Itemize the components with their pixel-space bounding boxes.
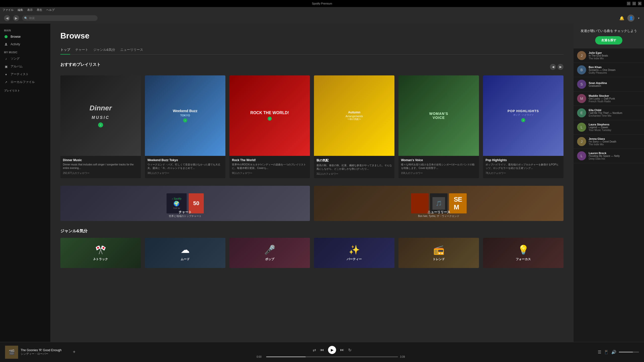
play-button[interactable]: ▶: [328, 346, 336, 354]
featured-new-sub: Bon Iver, Tycho, ザ・ウィークエンド: [314, 214, 564, 218]
playlist-woman-followers: 159人のフォロワー: [401, 171, 476, 175]
playlist-card-autumn[interactable]: Autumn Arrangements 〜秋の気配〜 秋の気配 最高の秋、食欲の…: [314, 75, 394, 178]
friend-name-1: Ben Khan: [589, 66, 640, 69]
sidebar-item-activity[interactable]: Activity: [0, 40, 50, 48]
menu-play[interactable]: 再生: [37, 8, 42, 12]
window-controls[interactable]: ─ □ ✕: [627, 2, 641, 5]
playlist-woman-desc: 様々な時代を彩り続ける日本の女性シンガー/ガールズバンドの歌を特集します。Cov…: [401, 163, 476, 170]
genre-jtrack-label: J-トラック: [93, 257, 108, 261]
playlist-autumn-desc: 最高の秋、食欲の秋、紅葉、繊細な参道がやってきました。そんな風にしながら、どこか…: [316, 164, 392, 171]
search-input[interactable]: [22, 15, 98, 21]
genre-mood[interactable]: ☁ ムード: [145, 238, 225, 268]
player-buttons: ⇄ ⏮ ▶ ⏭ ↻: [313, 346, 351, 354]
friend-info-3: Maddie Stocker Get Lucky — Daft Punk Fre…: [589, 94, 640, 103]
friend-item-1[interactable]: B Ben Khan Screams — One Dream Guilty Pl…: [574, 63, 644, 77]
playlist-woman-name: Woman's Voice: [401, 158, 476, 162]
featured-new-name: ニューリリース: [314, 210, 564, 214]
friend-item-5[interactable]: L Laura Stephens Legend — Dawer Your Mus…: [574, 120, 644, 134]
trend-icon: 📻: [433, 245, 445, 255]
search-icon: 🔍: [24, 17, 28, 20]
devices-button[interactable]: 📱: [604, 350, 609, 354]
progress-bar[interactable]: 0:00 3:39: [257, 355, 408, 358]
genre-party-label: パーティー: [347, 257, 362, 261]
playlist-dinner-desc: Dinner music that includes soft singer /…: [63, 163, 138, 170]
next-button[interactable]: ⏭: [340, 348, 344, 352]
featured-charts[interactable]: ♪ Spotify 🌍 TOP 50 50 チャート 世界と地域のトップチャート: [60, 186, 310, 221]
friend-avatar-3: M: [577, 94, 586, 103]
tab-new-releases[interactable]: ニューリリース: [120, 46, 143, 55]
maximize-button[interactable]: □: [632, 2, 636, 5]
forward-button[interactable]: ▶: [13, 15, 19, 21]
playlist-card-rock[interactable]: ROCK THE WORLD! ♪ Rock The World! 世界中のRO…: [229, 75, 310, 178]
minimize-button[interactable]: ─: [627, 2, 630, 5]
playlist-weekend-desc: ウィークエンド・バズ、忙しくて音楽を聴けなかった週でも大丈夫。週末に「今」のトレ…: [147, 163, 223, 170]
genre-focus[interactable]: 💡 フォーカス: [483, 238, 564, 268]
right-panel-header: 友達が聴いている曲を チェックしよう 友達を探す: [574, 24, 644, 49]
add-to-playlist-button[interactable]: +: [73, 349, 75, 355]
featured-new-releases[interactable]: 🎵 SEM ニューリリース Bon Iver, Tycho, ザ・ウィークエンド: [314, 186, 564, 221]
back-button[interactable]: ◀: [4, 15, 10, 21]
friend-track-1: Screams — One Dream: [589, 69, 640, 71]
volume-icon[interactable]: 🔊: [611, 350, 616, 354]
progress-track[interactable]: [266, 356, 398, 357]
genre-row: 🎌 J-トラック ☁ ムード 🎤 ポップ ✨ パーティー 📻: [60, 238, 564, 268]
friend-item-2[interactable]: S Sean Aquilina Graduation: [574, 77, 644, 92]
repeat-button[interactable]: ↻: [348, 348, 351, 352]
playlist-card-dinner[interactable]: DinnerMUSIC ♪ Dinner Music Dinner music …: [60, 75, 141, 178]
genre-jtrack[interactable]: 🎌 J-トラック: [60, 238, 141, 268]
shuffle-button[interactable]: ⇄: [313, 348, 316, 352]
time-current: 0:00: [257, 355, 264, 358]
sidebar-item-albums[interactable]: ▣ アルバム: [0, 63, 50, 70]
friend-avatar-5: L: [577, 123, 586, 132]
prev-arrow[interactable]: ◀: [550, 64, 556, 70]
playlist-pop-name: Pop Highlights: [486, 158, 561, 162]
tab-genre[interactable]: ジャンル&気分: [93, 46, 115, 55]
genre-trend-label: トレンド: [433, 257, 445, 261]
playlist-card-pop[interactable]: POP HIGHLIGHTS ポップ・ハイライツ ♪ Pop Highlight…: [483, 75, 564, 178]
tab-top[interactable]: トップ: [60, 46, 70, 55]
close-button[interactable]: ✕: [638, 2, 641, 5]
menu-file[interactable]: ファイル: [3, 8, 14, 12]
genre-trend[interactable]: 📻 トレンド: [398, 238, 479, 268]
pop-icon: 🎤: [264, 245, 275, 255]
friend-info-5: Laura Stephens Legend — Dawer Your Music…: [589, 123, 640, 131]
volume-bar[interactable]: [619, 352, 639, 352]
sidebar-activity-label: Activity: [11, 42, 20, 46]
window-title: Spotify Premium: [312, 2, 332, 5]
friend-item-4[interactable]: E Ella Child I will Be The Thief — Nocti…: [574, 106, 644, 120]
next-arrow[interactable]: ▶: [557, 64, 564, 70]
time-total: 3:39: [400, 355, 408, 358]
genre-pop[interactable]: 🎤 ポップ: [229, 238, 310, 268]
sidebar-item-browse[interactable]: Browse: [0, 33, 50, 40]
svg-point-0: [5, 35, 8, 38]
list-button[interactable]: ☰: [598, 350, 601, 354]
notification-icon[interactable]: 🔔: [619, 16, 624, 21]
playlist-card-woman[interactable]: WOMAN'SVOICE Woman's Voice 様々な時代を彩り続ける日本…: [398, 75, 479, 178]
player-track-info: The Goonies 'R' Good Enough シンディー・ローパー: [21, 348, 70, 356]
app-body: MAIN Browse Activity MY MUSIC ♪ ソング ▣ アル…: [0, 24, 644, 342]
friend-item-6[interactable]: J Jenna Glass I'm Sorry — Greet Death Th…: [574, 134, 644, 149]
main-content: Browse トップ チャート ジャンル&気分 ニューリリース おすすめプレイリ…: [50, 24, 574, 342]
playlist-card-weekend[interactable]: Weekend Buzz TOKYO ♪ Weekend Buzz Tokyo …: [145, 75, 225, 178]
sidebar-item-artists[interactable]: ♦ アーティスト: [0, 70, 50, 78]
friend-item-0[interactable]: J Julie Eger In The End Beats The Indie …: [574, 49, 644, 63]
user-avatar[interactable]: 👤: [627, 15, 634, 22]
friend-item-3[interactable]: M Maddie Stocker Get Lucky — Daft Punk F…: [574, 92, 644, 106]
menu-edit[interactable]: 編集: [18, 8, 23, 12]
sidebar-artists-label: アーティスト: [11, 72, 29, 76]
friend-track-7: Flooding My Space — Nelly: [589, 155, 640, 157]
friend-item-7[interactable]: L Lauren Breck Flooding My Space — Nelly…: [574, 149, 644, 163]
menu-view[interactable]: 表示: [27, 8, 33, 12]
tab-charts[interactable]: チャート: [75, 46, 88, 55]
albums-icon: ▣: [4, 65, 8, 69]
menu-bar: ファイル 編集 表示 再生 ヘルプ: [0, 7, 644, 13]
sidebar-item-songs[interactable]: ♪ ソング: [0, 55, 50, 63]
friend-track-6: I'm Sorry — Greet Death: [589, 140, 640, 143]
menu-help[interactable]: ヘルプ: [46, 8, 55, 12]
playlist-section-label: プレイリスト: [0, 86, 50, 94]
find-friends-button[interactable]: 友達を探す: [595, 36, 622, 44]
dropdown-arrow[interactable]: ▼: [637, 17, 640, 20]
sidebar-item-local[interactable]: ↗ ローカルファイル: [0, 78, 50, 86]
prev-button[interactable]: ⏮: [320, 348, 324, 352]
genre-party[interactable]: ✨ パーティー: [314, 238, 394, 268]
